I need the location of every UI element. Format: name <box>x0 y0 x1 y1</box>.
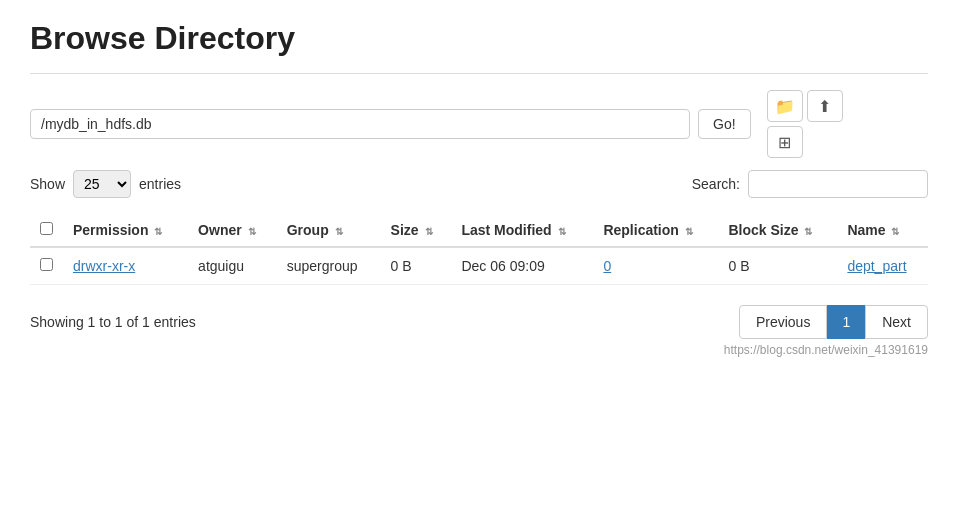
upload-icon-button[interactable]: ⬆ <box>807 90 843 122</box>
next-button[interactable]: Next <box>865 305 928 339</box>
icon-bottom-row: ⊞ <box>767 126 843 158</box>
directory-table: Permission ⇅ Owner ⇅ Group ⇅ Size ⇅ Last… <box>30 214 928 285</box>
pagination-buttons: Previous 1 Next <box>739 305 928 339</box>
upload-icon: ⬆ <box>818 97 831 116</box>
sort-owner-icon[interactable]: ⇅ <box>248 226 256 237</box>
search-input[interactable] <box>748 170 928 198</box>
page-title: Browse Directory <box>30 20 928 57</box>
col-last-modified-label: Last Modified <box>461 222 551 238</box>
controls-row: Show 10 25 50 100 entries Search: <box>30 170 928 198</box>
page-number-1[interactable]: 1 <box>827 305 865 339</box>
name-link[interactable]: dept_part <box>847 258 906 274</box>
sort-replication-icon[interactable]: ⇅ <box>685 226 693 237</box>
path-input[interactable] <box>30 109 690 139</box>
show-entries: Show 10 25 50 100 entries <box>30 170 181 198</box>
row-group: supergroup <box>277 247 381 285</box>
col-replication: Replication ⇅ <box>593 214 718 247</box>
replication-link[interactable]: 0 <box>603 258 611 274</box>
col-last-modified: Last Modified ⇅ <box>451 214 593 247</box>
col-size: Size ⇅ <box>381 214 452 247</box>
footer-url: https://blog.csdn.net/weixin_41391619 <box>30 343 928 357</box>
search-label: Search: <box>692 176 740 192</box>
divider <box>30 73 928 74</box>
sort-permission-icon[interactable]: ⇅ <box>154 226 162 237</box>
row-checkbox-cell <box>30 247 63 285</box>
table-row: drwxr-xr-x atguigu supergroup 0 B Dec 06… <box>30 247 928 285</box>
row-size: 0 B <box>381 247 452 285</box>
pagination-area: Showing 1 to 1 of 1 entries Previous 1 N… <box>30 301 928 339</box>
row-block-size: 0 B <box>719 247 838 285</box>
folder-icon-button[interactable]: 📁 <box>767 90 803 122</box>
col-name-label: Name <box>847 222 885 238</box>
permission-link[interactable]: drwxr-xr-x <box>73 258 135 274</box>
row-replication: 0 <box>593 247 718 285</box>
col-block-size: Block Size ⇅ <box>719 214 838 247</box>
col-owner: Owner ⇅ <box>188 214 277 247</box>
search-area: Search: <box>692 170 928 198</box>
col-group-label: Group <box>287 222 329 238</box>
sort-last-modified-icon[interactable]: ⇅ <box>558 226 566 237</box>
col-permission: Permission ⇅ <box>63 214 188 247</box>
entries-label: entries <box>139 176 181 192</box>
col-name: Name ⇅ <box>837 214 928 247</box>
col-permission-label: Permission <box>73 222 148 238</box>
col-owner-label: Owner <box>198 222 242 238</box>
col-size-label: Size <box>391 222 419 238</box>
table-header-row: Permission ⇅ Owner ⇅ Group ⇅ Size ⇅ Last… <box>30 214 928 247</box>
icon-top-row: 📁 ⬆ <box>767 90 843 122</box>
col-block-size-label: Block Size <box>729 222 799 238</box>
icon-buttons: 📁 ⬆ ⊞ <box>767 90 843 158</box>
show-label: Show <box>30 176 65 192</box>
row-checkbox[interactable] <box>40 258 53 271</box>
col-replication-label: Replication <box>603 222 678 238</box>
select-all-checkbox[interactable] <box>40 222 53 235</box>
table-icon: ⊞ <box>778 133 791 152</box>
sort-block-size-icon[interactable]: ⇅ <box>804 226 812 237</box>
row-permission: drwxr-xr-x <box>63 247 188 285</box>
folder-icon: 📁 <box>775 97 795 116</box>
row-name: dept_part <box>837 247 928 285</box>
table-icon-button[interactable]: ⊞ <box>767 126 803 158</box>
select-all-col <box>30 214 63 247</box>
entries-select[interactable]: 10 25 50 100 <box>73 170 131 198</box>
col-group: Group ⇅ <box>277 214 381 247</box>
sort-size-icon[interactable]: ⇅ <box>425 226 433 237</box>
sort-name-icon[interactable]: ⇅ <box>891 226 899 237</box>
go-button[interactable]: Go! <box>698 109 751 139</box>
showing-text: Showing 1 to 1 of 1 entries <box>30 314 196 330</box>
previous-button[interactable]: Previous <box>739 305 827 339</box>
row-last-modified: Dec 06 09:09 <box>451 247 593 285</box>
path-row: Go! 📁 ⬆ ⊞ <box>30 90 928 158</box>
row-owner: atguigu <box>188 247 277 285</box>
sort-group-icon[interactable]: ⇅ <box>335 226 343 237</box>
